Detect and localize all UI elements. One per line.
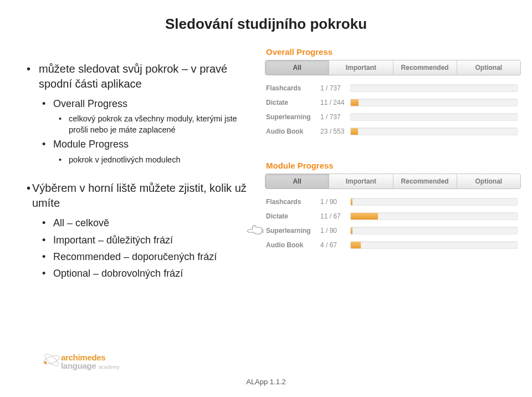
logo-line1: archimedes — [61, 353, 120, 362]
bullet-selection: Výběrem v horní liště můžete zjistit, ko… — [22, 179, 255, 215]
row-count: 11 / 244 — [320, 99, 350, 106]
tab-optional[interactable]: Optional — [457, 60, 520, 75]
row-label: Flashcards — [266, 84, 320, 92]
progress-row: Dictate 11 / 244 — [266, 95, 521, 110]
tab-all[interactable]: All — [265, 174, 329, 189]
row-count: 1 / 90 — [320, 198, 350, 206]
bullet-module-progress: Module Progress — [22, 136, 255, 153]
content-columns: můžete sledovat svůj pokrok – v pravé sp… — [0, 44, 532, 282]
row-label: Audio Book — [266, 128, 320, 135]
row-label: Flashcards — [266, 198, 320, 206]
row-label: Superlearning — [266, 227, 320, 235]
logo-line3: academy — [99, 364, 120, 370]
overall-tabbar: All Important Recommended Optional — [265, 60, 521, 75]
row-label: Audio Book — [266, 241, 320, 249]
bullet-overall-desc: celkový pokrok za všechny moduly, kterým… — [22, 113, 255, 136]
overall-rows: Flashcards 1 / 737 Dictate 11 / 244 Supe… — [265, 75, 521, 139]
progress-row: Flashcards 1 / 737 — [266, 81, 521, 95]
pointing-hand-icon — [246, 223, 264, 237]
progress-fill — [351, 227, 352, 234]
bullet-important: Important – důležitých frází — [22, 232, 255, 249]
progress-row: Superlearning 1 / 737 — [266, 110, 521, 124]
row-count: 1 / 90 — [320, 227, 350, 235]
module-tabbar: All Important Recommended Optional — [265, 174, 521, 189]
row-count: 11 / 67 — [320, 212, 350, 220]
tab-important[interactable]: Important — [329, 174, 393, 189]
bullet-optional: Optional – dobrovolných frází — [22, 266, 255, 282]
progress-row: Superlearning 1 / 90 — [266, 223, 521, 238]
tab-recommended[interactable]: Recommended — [393, 60, 457, 75]
svg-point-2 — [44, 362, 47, 364]
progress-fill — [351, 99, 359, 106]
bullet-module-desc: pokrok v jednotlivých modulech — [22, 154, 255, 167]
row-count: 23 / 553 — [320, 128, 350, 135]
tab-recommended[interactable]: Recommended — [393, 174, 457, 189]
row-count: 4 / 67 — [320, 241, 350, 249]
overall-progress-title: Overall Progress — [265, 44, 521, 60]
svg-point-1 — [43, 352, 60, 368]
archimedes-logo-icon — [42, 350, 61, 369]
page-title: Sledování studijního pokroku — [0, 0, 532, 44]
overall-progress-panel: Overall Progress All Important Recommend… — [265, 44, 521, 139]
tab-important[interactable]: Important — [329, 60, 393, 75]
row-label: Superlearning — [266, 113, 320, 121]
progress-row: Flashcards 1 / 90 — [266, 195, 521, 209]
tab-all[interactable]: All — [265, 60, 329, 75]
bullet-recommended: Recommended – doporučených frází — [22, 249, 255, 266]
progress-row: Dictate 11 / 67 — [266, 209, 521, 223]
bullet-overall-progress: Overall Progress — [22, 96, 255, 113]
module-rows: Flashcards 1 / 90 Dictate 11 / 67 Superl… — [265, 189, 521, 252]
bullet-all: All – celkově — [22, 215, 255, 232]
row-label: Dictate — [266, 99, 320, 106]
progress-track — [350, 227, 518, 235]
text-column: můžete sledovat svůj pokrok – v pravé sp… — [22, 44, 260, 282]
progress-row: Audio Book 23 / 553 — [266, 124, 521, 139]
progress-fill — [351, 213, 378, 220]
row-count: 1 / 737 — [320, 113, 350, 121]
bullet-selection-text: Výběrem v horní liště můžete zjistit, ko… — [32, 182, 247, 209]
logo-line2: language — [61, 361, 96, 370]
row-label: Dictate — [266, 212, 320, 220]
progress-track — [350, 99, 518, 106]
row-count: 1 / 737 — [320, 84, 350, 92]
progress-track — [350, 241, 518, 249]
tab-optional[interactable]: Optional — [457, 174, 520, 189]
page-number: ALApp 1.1.2 — [0, 378, 532, 386]
progress-track — [350, 128, 518, 135]
panels-column: Overall Progress All Important Recommend… — [265, 44, 521, 282]
progress-fill — [351, 128, 358, 135]
module-progress-panel: Module Progress All Important Recommende… — [265, 157, 521, 252]
progress-fill — [351, 198, 352, 205]
progress-row: Audio Book 4 / 67 — [266, 238, 521, 252]
bullet-intro: můžete sledovat svůj pokrok – v pravé sp… — [22, 59, 255, 96]
module-progress-title: Module Progress — [265, 157, 521, 174]
progress-track — [350, 84, 518, 92]
progress-track — [350, 198, 518, 206]
footer-logo: archimedes language academy — [61, 353, 120, 370]
progress-fill — [351, 242, 361, 248]
progress-track — [350, 212, 518, 220]
progress-track — [350, 113, 518, 121]
